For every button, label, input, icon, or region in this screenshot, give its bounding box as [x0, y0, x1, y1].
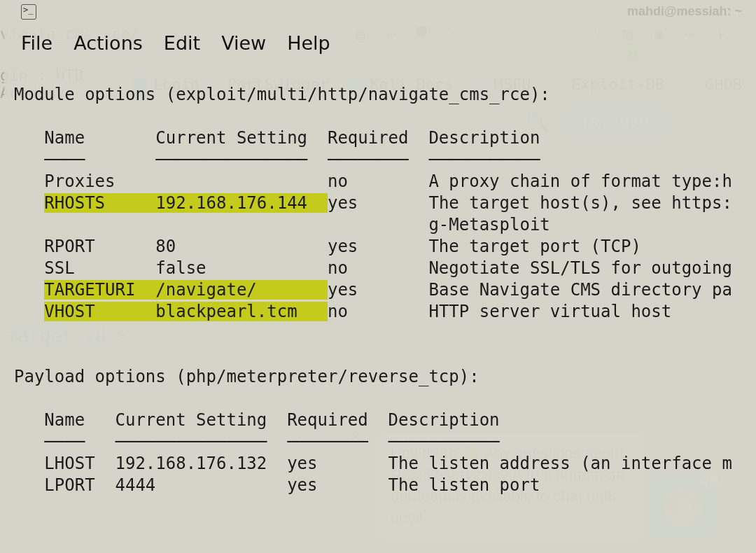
menu-bar[interactable]: File Actions Edit View Help [21, 32, 330, 54]
menu-view[interactable]: View [221, 32, 266, 54]
menu-help[interactable]: Help [287, 32, 330, 54]
menu-edit[interactable]: Edit [164, 32, 200, 54]
menu-file[interactable]: File [21, 32, 52, 54]
menu-actions[interactable]: Actions [74, 32, 143, 54]
terminal-app-icon: >_ [21, 4, 36, 20]
terminal-output[interactable]: Module options (exploit/multi/http/navig… [14, 84, 756, 496]
